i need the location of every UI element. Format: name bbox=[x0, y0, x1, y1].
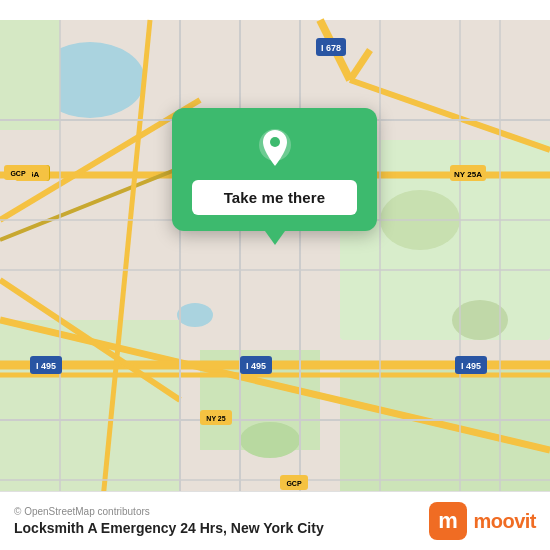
moovit-logo: m moovit bbox=[429, 502, 536, 540]
svg-text:I 495: I 495 bbox=[246, 361, 266, 371]
svg-text:NY 25: NY 25 bbox=[206, 415, 225, 422]
svg-text:NY 25A: NY 25A bbox=[454, 170, 482, 179]
map-background: I 678 NY 25A 25A NY 25A I 495 I 495 I 49… bbox=[0, 0, 550, 550]
osm-credit: © OpenStreetMap contributors bbox=[14, 506, 324, 517]
svg-text:m: m bbox=[439, 508, 459, 533]
svg-text:I 495: I 495 bbox=[461, 361, 481, 371]
svg-point-55 bbox=[270, 137, 280, 147]
svg-text:I 678: I 678 bbox=[321, 43, 341, 53]
moovit-text: moovit bbox=[473, 510, 536, 533]
svg-point-2 bbox=[177, 303, 213, 327]
take-me-there-button[interactable]: Take me there bbox=[192, 180, 357, 215]
moovit-icon: m bbox=[429, 502, 467, 540]
place-name: Locksmith A Emergency 24 Hrs, New York C… bbox=[14, 520, 324, 536]
location-pin-icon bbox=[253, 126, 297, 170]
popup-card: Take me there bbox=[172, 108, 377, 231]
svg-rect-3 bbox=[0, 20, 60, 130]
bottom-left: © OpenStreetMap contributors Locksmith A… bbox=[14, 506, 324, 536]
map-container: I 678 NY 25A 25A NY 25A I 495 I 495 I 49… bbox=[0, 0, 550, 550]
bottom-bar: © OpenStreetMap contributors Locksmith A… bbox=[0, 491, 550, 550]
svg-point-8 bbox=[240, 422, 300, 458]
svg-text:I 495: I 495 bbox=[36, 361, 56, 371]
svg-text:GCP: GCP bbox=[10, 170, 26, 177]
svg-text:GCP: GCP bbox=[286, 480, 302, 487]
